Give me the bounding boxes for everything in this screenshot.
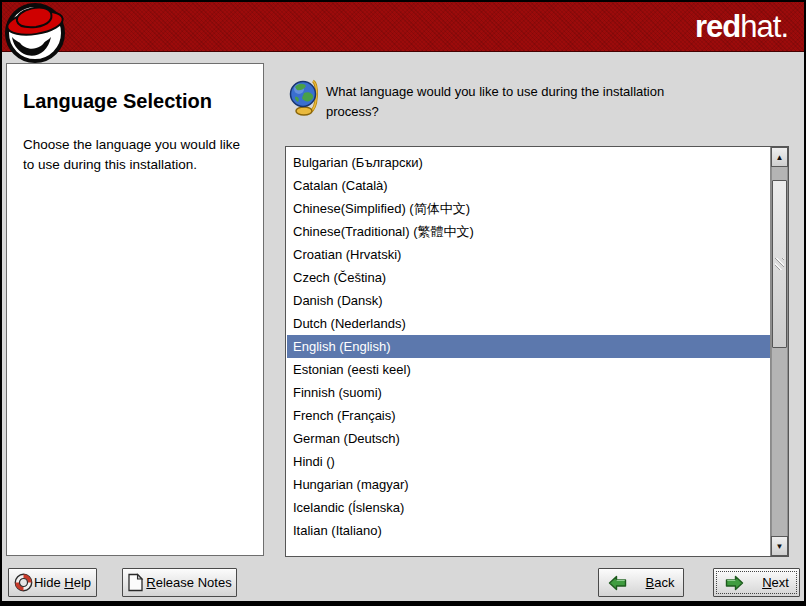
next-button[interactable]: Next — [713, 568, 800, 597]
language-label: Italian (Italiano) — [293, 523, 382, 538]
question-text: What language would you like to use duri… — [326, 82, 698, 122]
language-list-item[interactable]: Dutch (Nederlands) — [287, 312, 770, 335]
language-list-item[interactable]: Hungarian (magyar) — [287, 473, 770, 496]
language-label: French (Français) — [293, 408, 396, 423]
language-list-item[interactable]: Estonian (eesti keel) — [287, 358, 770, 381]
arrow-down-icon: ▼ — [776, 542, 784, 551]
globe-icon — [289, 78, 319, 116]
button-label: Release Notes — [146, 575, 231, 590]
language-list-item[interactable]: Czech (Čeština) — [287, 266, 770, 289]
language-list-item[interactable]: Bulgarian (Български) — [287, 151, 770, 174]
language-label: Chinese(Simplified) (简体中文) — [293, 201, 470, 216]
button-label: Next — [762, 575, 789, 590]
language-label: Danish (Dansk) — [293, 293, 383, 308]
scrollbar-thumb[interactable] — [772, 180, 787, 348]
language-label: Czech (Čeština) — [293, 270, 386, 285]
language-label: Croatian (Hrvatski) — [293, 247, 401, 262]
vertical-scrollbar[interactable]: ▲ ▼ — [770, 147, 788, 556]
brand-bold: red — [695, 9, 740, 44]
language-label: Hindi () — [293, 454, 335, 469]
language-label: German (Deutsch) — [293, 431, 400, 446]
button-label: Back — [646, 575, 675, 590]
language-list-item[interactable]: Italian (Italiano) — [287, 519, 770, 542]
language-listbox: Bulgarian (Български)Catalan (Català)Chi… — [285, 146, 789, 557]
help-text: Choose the language you would like to us… — [23, 135, 247, 176]
scrollbar-track[interactable] — [771, 167, 788, 536]
language-label: Hungarian (magyar) — [293, 477, 409, 492]
brand-light: hat — [740, 9, 780, 44]
language-label: Finnish (suomi) — [293, 385, 382, 400]
lifebuoy-icon — [14, 573, 33, 592]
language-list-item[interactable]: Icelandic (Íslenska) — [287, 496, 770, 519]
scroll-up-button[interactable]: ▲ — [771, 147, 788, 167]
header-bar: redhat. — [2, 2, 804, 52]
release-notes-button[interactable]: Release Notes — [122, 568, 237, 597]
language-list-item[interactable]: English (English) — [287, 335, 770, 358]
language-label: Bulgarian (Български) — [293, 155, 423, 170]
back-button[interactable]: Back — [598, 568, 684, 597]
language-list-item[interactable]: Chinese(Simplified) (简体中文) — [287, 197, 770, 220]
language-list-item[interactable]: Croatian (Hrvatski) — [287, 243, 770, 266]
language-list-item[interactable]: Catalan (Català) — [287, 174, 770, 197]
language-list-item[interactable]: Danish (Dansk) — [287, 289, 770, 312]
button-label: Hide Help — [34, 575, 91, 590]
language-list-item[interactable]: Hindi () — [287, 450, 770, 473]
page-title: Language Selection — [23, 90, 247, 113]
arrow-up-icon: ▲ — [776, 153, 784, 162]
scroll-down-button[interactable]: ▼ — [771, 536, 788, 556]
hide-help-button[interactable]: Hide Help — [8, 568, 97, 597]
installer-window: redhat. Language Selection Choose the la… — [0, 0, 806, 606]
brand-period: . — [780, 9, 788, 44]
language-label: Catalan (Català) — [293, 178, 388, 193]
language-list-item[interactable]: German (Deutsch) — [287, 427, 770, 450]
language-list-item[interactable]: Finnish (suomi) — [287, 381, 770, 404]
document-icon — [127, 573, 144, 592]
redhat-wordmark: redhat. — [695, 8, 788, 46]
language-list-item[interactable]: French (Français) — [287, 404, 770, 427]
language-label: English (English) — [293, 339, 391, 354]
language-label: Chinese(Traditional) (繁體中文) — [293, 224, 474, 239]
redhat-shadowman-icon — [5, 2, 65, 64]
language-list-item[interactable]: Chinese(Traditional) (繁體中文) — [287, 220, 770, 243]
arrow-left-icon — [608, 575, 628, 591]
help-panel: Language Selection Choose the language y… — [6, 63, 264, 556]
language-label: Estonian (eesti keel) — [293, 362, 411, 377]
arrow-right-icon — [724, 575, 744, 591]
language-label: Dutch (Nederlands) — [293, 316, 406, 331]
language-label: Icelandic (Íslenska) — [293, 500, 404, 515]
scrollbar-grip — [775, 258, 784, 270]
language-list: Bulgarian (Български)Catalan (Català)Chi… — [287, 148, 770, 555]
